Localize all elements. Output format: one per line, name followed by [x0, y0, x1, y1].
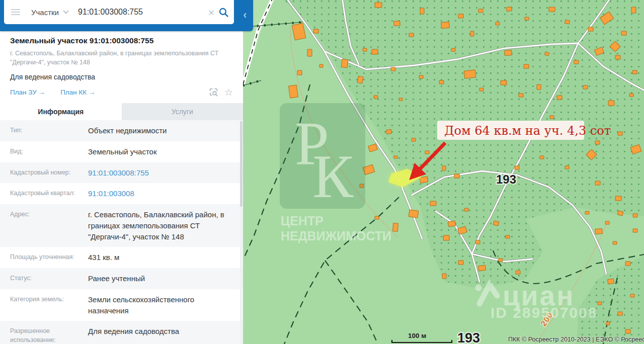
annotation-callout: Дом 64 кв.м на уч. 4,3 сот [437, 121, 611, 140]
row-label: Вид: [10, 146, 88, 157]
plan-zu-link[interactable]: План ЗУ → [10, 89, 45, 96]
clear-search-icon[interactable]: × [204, 7, 218, 18]
map-canvas[interactable]: Р К ЦЕНТР НЕДВИЖИМОСТИ Дом 64 кв.м на уч… [243, 0, 644, 344]
annotation-text: Дом 64 кв.м на уч. 4,3 сот [444, 124, 611, 138]
row-value: 431 кв. м [88, 252, 233, 263]
map-attribution: ПКК © Росреестр 2010-2023 | ЕЭКО © Росре… [508, 336, 644, 343]
info-row-land-category: Категория земель: Земли сельскохозяйстве… [0, 289, 243, 321]
row-value: г. Севастополь, Балаклавский район, в гр… [88, 209, 233, 242]
object-address: г. Севастополь, Балаклавский район, в гр… [10, 49, 234, 67]
tab-bar: Информация Услуги [0, 103, 243, 120]
parcel-number-label-bottom: 193 [457, 330, 480, 344]
row-value: Земли сельскохозяйственного назначения [88, 294, 233, 316]
row-label: Кадастровый номер: [10, 167, 88, 179]
cadastral-number-link[interactable]: 91:01:003008:755 [88, 167, 233, 179]
row-label: Площадь уточненная: [10, 252, 88, 263]
object-usage: Для ведения садоводства [10, 73, 233, 81]
watermark-letter-k: К [312, 142, 354, 210]
info-row-kind: Вид: Земельный участок [0, 141, 243, 162]
watermark-text-line2: НЕДВИЖИМОСТИ [281, 229, 391, 243]
scale-bar-label: 100 м [408, 332, 426, 339]
preview-document-icon[interactable] [209, 88, 218, 97]
cian-logo-dot [475, 285, 482, 291]
row-label: Кадастровый квартал: [10, 188, 88, 199]
watermark-rk-logo: Р К [280, 103, 365, 210]
chevron-down-icon [63, 8, 68, 14]
plan-links-row: План ЗУ → План КК → ☆ [10, 88, 233, 103]
info-row-area: Площадь уточненная: 431 кв. м [0, 247, 243, 268]
cian-id-text: ID 289507008 [491, 304, 598, 321]
tab-information[interactable]: Информация [0, 103, 122, 120]
search-bar: Участки × [4, 0, 234, 24]
info-row-address: Адрес: г. Севастополь, Балаклавский райо… [0, 204, 243, 247]
row-label: Разрешенное использование: [10, 326, 88, 344]
row-label: Статус: [10, 273, 88, 284]
plan-kk-link[interactable]: План КК → [60, 89, 95, 96]
row-value: Земельный участок [88, 146, 233, 157]
search-button[interactable] [218, 7, 229, 18]
parcel-number-label-top: 193 [496, 173, 516, 186]
info-row-cadastral-block: Кадастровый квартал: 91:01:003008 [0, 183, 243, 204]
info-row-status: Статус: Ранее учтенный [0, 268, 243, 289]
search-input[interactable] [78, 8, 204, 17]
row-label: Категория земель: [10, 294, 88, 316]
row-value: Ранее учтенный [88, 273, 233, 284]
search-category-label: Участки [31, 8, 59, 17]
row-label: Адрес: [10, 209, 88, 242]
collapse-panel-button[interactable]: ‹ [239, 7, 251, 24]
row-value: Объект недвижимости [88, 125, 233, 136]
info-row-permitted-use: Разрешенное использование: Для ведения с… [0, 321, 243, 344]
row-value: Для ведения садоводства [88, 326, 233, 344]
object-title: Земельный участок 91:01:003008:755 [10, 36, 233, 45]
cadastral-block-link[interactable]: 91:01:003008 [88, 188, 233, 199]
info-row-type: Тип: Объект недвижимости [0, 120, 243, 141]
search-icon [218, 7, 229, 18]
header-icons: ☆ [209, 88, 233, 97]
info-row-cadastral-number: Кадастровый номер: 91:01:003008:755 [0, 162, 243, 184]
search-band: Участки × ‹ [0, 0, 253, 31]
row-label: Тип: [10, 125, 88, 136]
favorite-star-icon[interactable]: ☆ [224, 88, 233, 97]
menu-hamburger-icon[interactable] [11, 9, 20, 15]
panel-scrollbar-thumb[interactable] [240, 121, 243, 207]
info-rows-list: Тип: Объект недвижимости Вид: Земельный … [0, 120, 243, 344]
search-category-select[interactable]: Участки [31, 8, 68, 17]
info-panel: Земельный участок 91:01:003008:755 г. Се… [0, 0, 243, 344]
tab-services[interactable]: Услуги [122, 103, 244, 120]
watermark-text-line1: ЦЕНТР [281, 214, 324, 228]
app-window: Р К ЦЕНТР НЕДВИЖИМОСТИ Дом 64 кв.м на уч… [0, 0, 644, 344]
